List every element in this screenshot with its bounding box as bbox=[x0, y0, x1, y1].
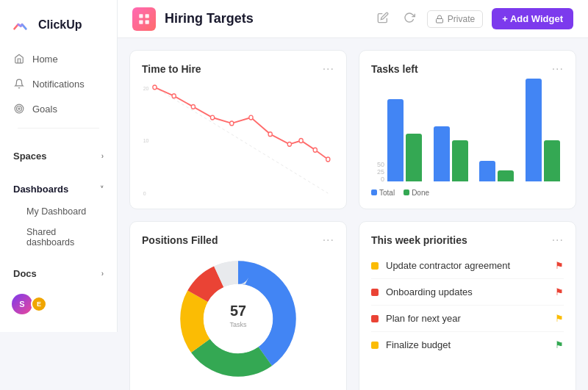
home-icon bbox=[13, 53, 25, 65]
bar-total-3 bbox=[479, 161, 495, 181]
priority-flag-3: ⚑ bbox=[555, 313, 564, 324]
svg-text:10: 10 bbox=[143, 137, 149, 145]
user-avatar-secondary[interactable]: E bbox=[31, 296, 47, 312]
bar-group-4 bbox=[526, 79, 564, 181]
svg-rect-5 bbox=[139, 20, 143, 24]
refresh-icon bbox=[404, 12, 415, 24]
sidebar-dashboards-label: Dashboards bbox=[13, 184, 68, 195]
bar-total-4 bbox=[526, 79, 542, 181]
page-header: Hiring Targets Private + Add Widget bbox=[118, 0, 588, 38]
sidebar-item-spaces[interactable]: Spaces › bbox=[6, 145, 111, 167]
sidebar-item-goals-label: Goals bbox=[32, 104, 57, 115]
pencil-icon bbox=[377, 12, 389, 24]
my-dashboard-label: My Dashboard bbox=[26, 206, 86, 217]
bar-chart-legend: Total Done bbox=[371, 189, 564, 197]
svg-text:20: 20 bbox=[143, 84, 149, 92]
private-toggle[interactable]: Private bbox=[427, 10, 483, 28]
legend-dot-done bbox=[404, 189, 409, 195]
svg-point-14 bbox=[191, 104, 195, 109]
bell-icon bbox=[13, 78, 25, 90]
donut-svg: 57 Tasks bbox=[165, 253, 312, 385]
svg-point-19 bbox=[287, 142, 291, 146]
priorities-menu[interactable]: ··· bbox=[552, 234, 564, 247]
svg-rect-3 bbox=[139, 14, 143, 18]
sidebar: ClickUp Home Notifications bbox=[0, 0, 118, 390]
bar-group-1 bbox=[387, 99, 426, 181]
tasks-left-menu[interactable]: ··· bbox=[552, 62, 564, 76]
priority-item-3: Plan for next year ⚑ bbox=[371, 306, 564, 332]
sidebar-item-notifications[interactable]: Notifications bbox=[6, 72, 111, 95]
priority-text-1: Update contractor agreement bbox=[386, 260, 548, 271]
time-to-hire-menu[interactable]: ··· bbox=[323, 62, 334, 76]
priority-text-2: Onboarding updates bbox=[386, 286, 548, 297]
priority-dot-2 bbox=[371, 289, 379, 296]
priority-item-1: Update contractor agreement ⚑ bbox=[371, 253, 564, 279]
positions-filled-header: Positions Filled ··· bbox=[142, 234, 334, 247]
logo-text: ClickUp bbox=[38, 18, 82, 32]
priority-dot-3 bbox=[371, 315, 379, 322]
priority-item-2: Onboarding updates ⚑ bbox=[371, 279, 564, 306]
logo: ClickUp bbox=[0, 9, 117, 47]
svg-point-22 bbox=[326, 157, 330, 162]
edit-button[interactable] bbox=[374, 9, 392, 29]
donut-center-label: Tasks bbox=[229, 321, 247, 328]
priority-text-3: Plan for next year bbox=[386, 313, 548, 324]
chevron-down-icon: ˅ bbox=[100, 185, 104, 193]
page-icon bbox=[132, 7, 156, 31]
svg-point-15 bbox=[210, 115, 214, 120]
priority-item-4: Finalize budget ⚑ bbox=[371, 332, 564, 358]
tasks-left-title: Tasks left bbox=[371, 63, 418, 75]
svg-text:0: 0 bbox=[143, 190, 146, 197]
private-label: Private bbox=[448, 14, 475, 24]
svg-point-16 bbox=[230, 121, 234, 126]
bar-group-3 bbox=[479, 161, 518, 181]
header-actions: Private + Add Widget bbox=[374, 8, 573, 29]
sidebar-item-notifications-label: Notifications bbox=[32, 79, 85, 90]
dashboard-grid: Time to Hire ··· 20 10 0 bbox=[118, 38, 588, 390]
bar-done-4 bbox=[544, 140, 560, 181]
svg-point-1 bbox=[17, 106, 22, 112]
tasks-left-chart: 50 25 0 bbox=[371, 82, 564, 197]
tasks-left-card: Tasks left ··· 50 25 0 bbox=[359, 50, 576, 209]
sidebar-item-dashboards[interactable]: Dashboards ˅ bbox=[6, 178, 111, 201]
time-to-hire-svg: 20 10 0 bbox=[142, 82, 334, 197]
clickup-logo-icon bbox=[12, 15, 32, 35]
bar-done-2 bbox=[452, 140, 468, 181]
sidebar-item-shared-dashboards[interactable]: Shared dashboards bbox=[19, 223, 111, 252]
sidebar-item-docs[interactable]: Docs › bbox=[6, 262, 111, 285]
grid-icon bbox=[137, 12, 151, 26]
priorities-title: This week priorities bbox=[371, 234, 467, 246]
svg-rect-7 bbox=[436, 18, 442, 23]
time-to-hire-chart: 20 10 0 bbox=[142, 82, 334, 197]
user-avatar[interactable]: S bbox=[12, 294, 32, 314]
sidebar-item-home-label: Home bbox=[32, 54, 58, 65]
sidebar-footer: S E bbox=[0, 285, 117, 323]
svg-rect-6 bbox=[146, 20, 149, 24]
sidebar-spaces-label: Spaces bbox=[13, 151, 47, 162]
refresh-button[interactable] bbox=[401, 9, 418, 29]
shared-dashboards-label: Shared dashboards bbox=[26, 227, 104, 248]
priorities-header: This week priorities ··· bbox=[371, 234, 564, 247]
sidebar-item-my-dashboard[interactable]: My Dashboard bbox=[19, 202, 111, 221]
this-week-priorities-card: This week priorities ··· Update contract… bbox=[359, 221, 576, 390]
sidebar-item-goals[interactable]: Goals bbox=[6, 97, 111, 120]
tasks-left-header: Tasks left ··· bbox=[371, 62, 564, 76]
priority-flag-1: ⚑ bbox=[555, 260, 564, 271]
main-content: Hiring Targets Private + Add Widget Time… bbox=[118, 0, 588, 390]
positions-filled-title: Positions Filled bbox=[142, 234, 218, 246]
bar-total-1 bbox=[387, 99, 404, 181]
priority-dot-4 bbox=[371, 342, 379, 349]
sidebar-item-home[interactable]: Home bbox=[6, 47, 111, 71]
positions-filled-donut: 57 Tasks bbox=[142, 253, 334, 385]
legend-dot-total bbox=[371, 189, 377, 195]
bar-group-2 bbox=[434, 126, 473, 181]
priority-flag-2: ⚑ bbox=[555, 286, 564, 297]
priority-dot-1 bbox=[371, 262, 379, 270]
add-widget-button[interactable]: + Add Widget bbox=[492, 8, 573, 29]
svg-point-13 bbox=[172, 94, 176, 98]
chevron-right-icon-2: › bbox=[101, 270, 104, 278]
priority-text-4: Finalize budget bbox=[386, 339, 548, 350]
bar-total-2 bbox=[434, 126, 450, 181]
svg-point-20 bbox=[299, 139, 303, 143]
positions-filled-menu[interactable]: ··· bbox=[323, 234, 334, 247]
